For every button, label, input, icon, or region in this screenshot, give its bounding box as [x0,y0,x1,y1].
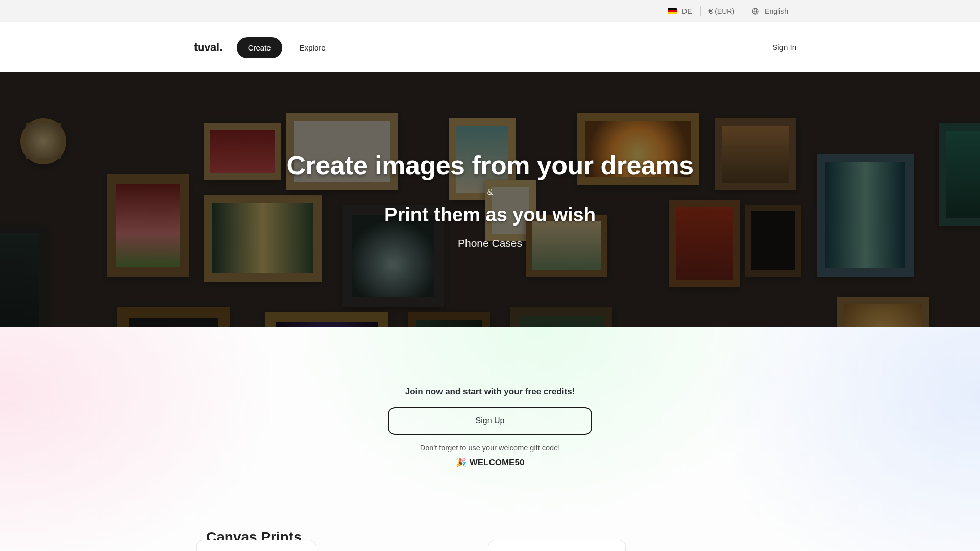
hero-subtitle: Print them as you wish [384,204,596,226]
gift-code-text: WELCOME50 [470,458,525,467]
sign-up-button[interactable]: Sign Up [388,407,592,435]
gift-note: Don't forget to use your welcome gift co… [420,444,560,452]
currency-selector[interactable]: € (EUR) [700,6,743,16]
product-card-peek [488,540,626,551]
hero-title: Create images from your dreams [286,150,693,181]
language-selector[interactable]: English [743,6,796,16]
currency-label: € (EUR) [709,7,735,15]
party-popper-icon: 🎉 [456,458,467,467]
product-card-peek [196,540,316,551]
language-label: English [765,7,788,15]
signup-section: Join now and start with your free credit… [0,327,980,551]
sign-in-link[interactable]: Sign In [772,43,796,52]
hero-tagline: Phone Cases [458,237,522,249]
explore-button[interactable]: Explore [288,37,337,58]
country-code: DE [682,7,692,15]
hero-section: Create images from your dreams & Print t… [0,72,980,327]
hero-ampersand: & [487,188,493,197]
gift-code: 🎉WELCOME50 [456,457,525,468]
flag-de-icon [668,8,677,14]
country-selector[interactable]: DE [659,6,700,16]
main-navbar: tuval. Create Explore Sign In [0,22,980,72]
logo[interactable]: tuval. [194,41,223,54]
create-button[interactable]: Create [237,37,282,58]
nav-links: Create Explore [237,37,337,58]
signup-lead: Join now and start with your free credit… [405,387,575,397]
utility-bar: DE € (EUR) English [0,0,980,22]
globe-icon [751,7,760,15]
